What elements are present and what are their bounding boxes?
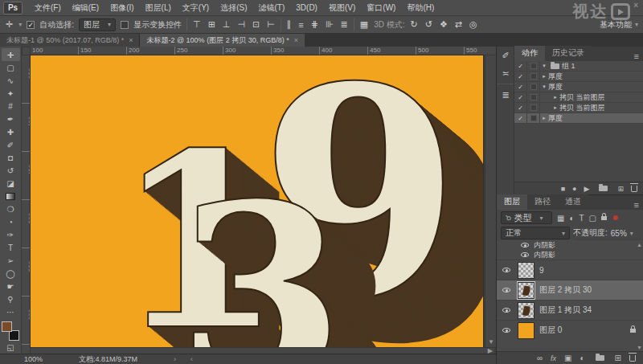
new-action-icon[interactable]: ⊞: [617, 185, 624, 193]
check-icon[interactable]: ✓: [514, 113, 527, 123]
layer-thumbnail[interactable]: [518, 282, 534, 299]
dodge-tool[interactable]: ◔: [2, 215, 20, 228]
eyedropper-tool[interactable]: ✒: [2, 112, 20, 125]
clone-stamp-tool[interactable]: ◘: [2, 151, 20, 164]
brush-presets-panel-button[interactable]: ✐: [497, 47, 514, 64]
dialog-toggle[interactable]: [527, 92, 540, 102]
panel-menu-icon[interactable]: ≡: [629, 200, 643, 210]
trash-icon[interactable]: [629, 355, 636, 362]
clone-source-panel-button[interactable]: ≣: [497, 86, 514, 104]
show-transform-checkbox[interactable]: [121, 21, 129, 29]
new-layer-icon[interactable]: ⊞: [615, 354, 621, 362]
dialog-toggle[interactable]: [527, 103, 540, 112]
new-group-folder-icon[interactable]: [596, 355, 604, 361]
adjustments-panel-button[interactable]: ≍: [497, 64, 514, 82]
distribute-2-icon[interactable]: ≡: [297, 20, 304, 30]
check-icon[interactable]: ✓: [514, 82, 527, 92]
zoom-level-field[interactable]: 100%: [24, 355, 43, 363]
vertical-scrollbar[interactable]: ▼: [485, 55, 496, 347]
menu-select[interactable]: 选择(S): [215, 0, 252, 16]
eye-toggle[interactable]: [500, 328, 513, 333]
screen-mode-button[interactable]: ◱: [2, 341, 20, 354]
tab-paths[interactable]: 路径: [527, 194, 558, 210]
distribute-5-icon[interactable]: ≣: [340, 19, 349, 30]
action-row-thickness2[interactable]: ✓ ▾ 厚度: [514, 82, 643, 92]
trash-icon[interactable]: [631, 186, 637, 192]
layer-name[interactable]: 图层 2 拷贝 30: [539, 284, 592, 296]
chevron-down-icon[interactable]: ▾: [630, 230, 633, 237]
3d-scale-icon[interactable]: ◎: [469, 19, 478, 30]
record-icon[interactable]: ●: [572, 185, 576, 193]
align-left-icon[interactable]: ⊣: [236, 19, 246, 30]
3d-drag-icon[interactable]: ❖: [439, 19, 448, 30]
expand-icon[interactable]: ▾: [540, 84, 548, 90]
dialog-toggle[interactable]: [527, 113, 540, 123]
crop-tool[interactable]: #: [2, 100, 20, 112]
canvas[interactable]: 9 1 3: [31, 55, 483, 347]
tool-preset-caret-icon[interactable]: ▾: [18, 21, 22, 28]
opacity-value[interactable]: 65%: [611, 229, 627, 238]
edit-toolbar-button[interactable]: ⋯: [2, 305, 20, 318]
distribute-4-icon[interactable]: ⊪: [325, 19, 334, 30]
tab-history[interactable]: 历史记录: [545, 46, 592, 61]
dialog-toggle[interactable]: [527, 61, 540, 71]
stop-icon[interactable]: ■: [561, 185, 565, 193]
menu-help[interactable]: 帮助(H): [401, 0, 440, 16]
distribute-1-icon[interactable]: ∥: [286, 19, 293, 30]
expand-icon[interactable]: ▸: [551, 104, 559, 111]
layer-row-layer2-copy30[interactable]: 图层 2 拷贝 30: [497, 280, 643, 300]
auto-select-checkbox[interactable]: ✓: [27, 21, 35, 29]
distribute-3-icon[interactable]: ⋕: [310, 19, 319, 30]
filter-smartobject-icon[interactable]: [601, 216, 607, 220]
expand-icon[interactable]: ▸: [540, 73, 548, 80]
check-icon[interactable]: ✓: [514, 103, 527, 112]
layer-row-layer0[interactable]: 图层 0: [497, 320, 643, 340]
dialog-toggle[interactable]: [527, 82, 540, 92]
auto-select-dropdown[interactable]: 图层 ▾: [79, 18, 116, 31]
blend-mode-dropdown[interactable]: 正常 ▾: [501, 227, 570, 239]
status-arrow-icon[interactable]: ‹: [190, 355, 193, 363]
panel-menu-icon[interactable]: ≡: [629, 51, 643, 61]
layer-mask-icon[interactable]: ▣: [564, 354, 571, 362]
layer-thumbnail[interactable]: [518, 262, 534, 279]
path-select-tool[interactable]: ➢: [2, 254, 20, 267]
history-brush-tool[interactable]: ↺: [2, 164, 20, 177]
doc-tab-2[interactable]: 未标题-2 @ 100% (图层 2 拷贝 30, RGB/8) * ×: [140, 34, 304, 47]
pen-tool[interactable]: ✑: [2, 228, 20, 241]
doc-tab-1[interactable]: 未标题-1 @ 50% (2017.07, RGB/8) * ×: [0, 34, 140, 47]
menu-file[interactable]: 文件(F): [29, 0, 67, 16]
status-arrow-icon[interactable]: ›: [174, 355, 176, 363]
eraser-tool[interactable]: ◪: [2, 177, 20, 190]
3d-roll-icon[interactable]: ↺: [424, 19, 433, 30]
shape-tool[interactable]: ◯: [2, 267, 20, 280]
filter-shape-icon[interactable]: ▢: [589, 214, 596, 223]
menu-3d[interactable]: 3D(D): [290, 0, 323, 16]
action-row-thickness1[interactable]: ✓ ▸ 厚度: [514, 72, 643, 82]
menu-type[interactable]: 文字(Y): [177, 0, 215, 16]
brush-tool[interactable]: ✐: [2, 138, 20, 151]
action-row-group1[interactable]: ✓ ▾ 组 1: [514, 61, 643, 72]
eye-toggle[interactable]: [500, 288, 513, 292]
link-layers-icon[interactable]: ∞: [537, 354, 543, 362]
magic-wand-tool[interactable]: ✦: [2, 87, 20, 100]
close-icon[interactable]: ×: [294, 36, 298, 44]
zoom-tool[interactable]: ⚲: [2, 292, 20, 305]
align-right-icon[interactable]: ⊢: [266, 19, 276, 30]
effect-row-inner-shadow-2[interactable]: 内阴影: [497, 250, 643, 260]
dialog-toggle[interactable]: [527, 72, 540, 81]
action-row-copy2[interactable]: ✓ ▸ 拷贝 当前图层: [514, 103, 643, 113]
menu-edit[interactable]: 编辑(E): [67, 0, 104, 16]
check-icon[interactable]: ✓: [514, 61, 527, 71]
layer-row-layer1-copy34[interactable]: 图层 1 拷贝 34: [497, 300, 643, 320]
check-icon[interactable]: ✓: [514, 92, 527, 102]
play-icon[interactable]: ▶: [584, 185, 590, 193]
effect-row-inner-shadow-1[interactable]: 内阴影: [497, 240, 643, 250]
eye-toggle[interactable]: [500, 268, 513, 272]
layer-style-fx-icon[interactable]: fx: [551, 354, 556, 362]
scroll-down-icon[interactable]: ▼: [485, 338, 497, 346]
move-tool-icon[interactable]: ✛: [5, 19, 14, 30]
check-icon[interactable]: ✓: [514, 72, 527, 81]
filter-toggle-icon[interactable]: [613, 215, 618, 220]
filter-adjustment-icon[interactable]: ◐: [569, 214, 574, 223]
move-tool[interactable]: ✛: [2, 48, 20, 61]
